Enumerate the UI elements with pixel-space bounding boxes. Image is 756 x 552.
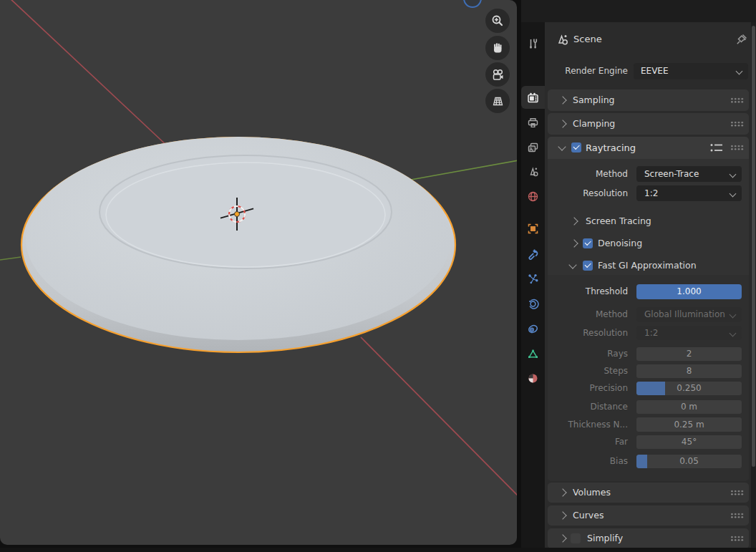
chevron-down-icon [730,170,737,178]
bias-label: Bias [548,455,628,468]
section-clamping[interactable]: Clamping [548,113,749,135]
constraints-icon [527,323,539,335]
camera-view-button[interactable] [485,62,510,87]
tab-object-data[interactable] [521,343,545,364]
gi-resolution-dropdown[interactable]: 1:2 [636,326,742,340]
render-engine-value: EEVEE [641,66,669,76]
section-curves[interactable]: Curves [548,505,749,526]
rays-value: 2 [687,349,692,359]
rays-field[interactable]: 2 [636,347,742,361]
section-label: Raytracing [586,137,636,159]
drag-grip-icon[interactable] [730,97,744,103]
tab-tool[interactable] [521,32,545,54]
blender-window: Scene Render Engine EEVEE Sampling Clamp… [0,0,756,552]
simplify-checkbox[interactable] [571,533,581,543]
section-label: Clamping [573,113,615,135]
rays-label: Rays [548,347,628,361]
mesh-data-icon [527,348,539,360]
tab-constraints[interactable] [521,318,545,339]
steps-label: Steps [548,364,628,378]
drag-grip-icon[interactable] [730,536,744,541]
steps-field[interactable]: 8 [636,364,742,378]
slider-fill [636,382,665,395]
method-label: Method [548,166,628,182]
chevron-right-icon [558,96,566,104]
gi-method-value: Global Illumination [644,309,725,319]
tab-render[interactable] [521,86,545,109]
tab-particles[interactable] [521,268,545,289]
far-label: Far [548,435,628,449]
tab-world[interactable] [521,185,545,207]
scene-icon [527,165,539,178]
tab-modifiers[interactable] [521,243,545,264]
tab-material[interactable] [521,367,545,389]
hand-icon [491,42,504,54]
section-label: Sampling [573,89,615,111]
threshold-slider[interactable]: 1.000 [636,284,742,299]
gi-method-label: Method [548,307,628,322]
render-engine-dropdown[interactable]: EEVEE [634,63,748,79]
section-simplify[interactable]: Simplify [548,528,749,548]
drag-grip-icon[interactable] [730,121,744,127]
grid-toggle-button[interactable] [485,89,510,113]
method-value: Screen-Trace [644,169,699,179]
raytracing-checkbox[interactable] [571,142,581,152]
chevron-down-icon [736,68,743,75]
3d-viewport[interactable] [0,0,517,545]
drag-grip-icon[interactable] [730,145,744,150]
precision-slider[interactable]: 0.250 [636,382,742,395]
particles-icon [527,273,539,285]
axis-y-line [0,257,21,260]
fast-gi-body [548,275,749,481]
gi-method-dropdown[interactable]: Global Illumination [636,307,742,322]
presets-list-icon[interactable] [709,142,724,153]
far-value: 45° [682,437,697,447]
resolution-dropdown[interactable]: 1:2 [636,185,742,201]
world-globe-icon [527,190,539,203]
precision-label: Precision [548,382,628,395]
section-sampling[interactable]: Sampling [548,89,749,111]
distance-field[interactable]: 0 m [636,400,742,414]
pin-icon[interactable] [735,33,748,46]
chevron-down-icon [730,329,737,336]
printer-icon [527,117,539,129]
tab-view-layer[interactable] [521,137,545,158]
object-icon [527,223,539,235]
far-field[interactable]: 45° [636,435,742,449]
tool-icon [527,37,539,49]
denoising-checkbox[interactable] [583,238,593,248]
chevron-right-icon [558,120,566,127]
subsection-fast-gi[interactable]: Fast GI Approximation [598,258,697,273]
axis-x-line [361,337,517,498]
method-dropdown[interactable]: Screen-Trace [636,166,742,182]
subsection-denoising[interactable]: Denoising [598,236,642,251]
fast-gi-checkbox[interactable] [583,261,593,271]
resolution-label: Resolution [548,185,628,201]
chevron-right-icon [558,534,566,542]
thickness-field[interactable]: 0.25 m [636,417,742,432]
drag-grip-icon[interactable] [730,490,744,495]
tab-object[interactable] [521,218,545,239]
plate-object[interactable] [21,137,455,352]
precision-value: 0.250 [677,383,701,393]
zoom-button[interactable] [485,9,510,33]
object-origin-dot [234,211,240,217]
bias-slider[interactable]: 0.05 [636,455,742,468]
resolution-value: 1:2 [644,188,658,198]
section-label: Volumes [573,483,611,503]
section-volumes[interactable]: Volumes [548,483,749,503]
pan-button[interactable] [485,36,510,60]
viewport-scene [0,0,517,545]
scrollbar-thumb[interactable] [752,26,755,467]
camera-icon [491,68,505,82]
perspective-grid-icon [491,95,505,108]
thickness-value: 0.25 m [674,420,704,430]
bias-value: 0.05 [679,456,699,466]
tab-output[interactable] [521,112,545,133]
breadcrumb[interactable]: Scene [573,32,602,47]
tab-physics[interactable] [521,293,545,314]
tab-scene[interactable] [521,160,545,182]
material-sphere-icon [527,372,539,384]
subsection-screen-tracing[interactable]: Screen Tracing [586,213,651,229]
drag-grip-icon[interactable] [730,513,744,518]
